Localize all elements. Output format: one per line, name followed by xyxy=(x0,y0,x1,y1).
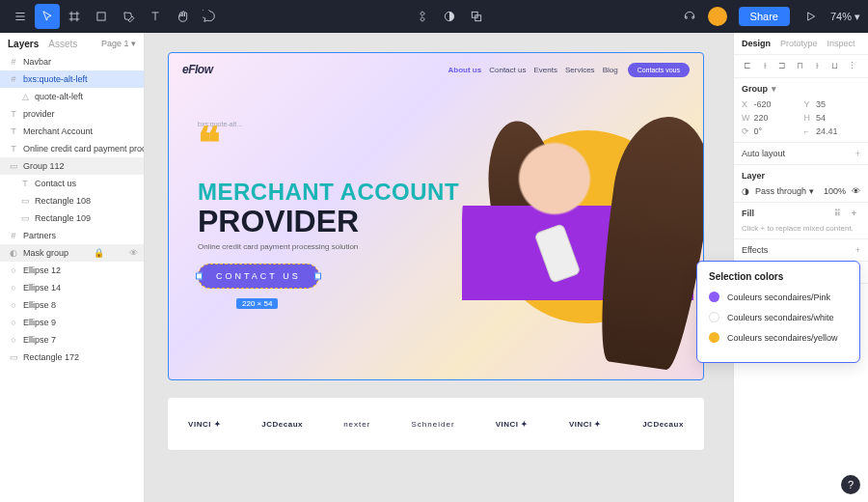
mask-icon: ◐ xyxy=(8,247,19,259)
blend-mode-icon[interactable]: ◑ xyxy=(742,186,749,196)
user-avatar[interactable] xyxy=(708,7,727,26)
align-controls[interactable]: ⊏ ⫲ ⊐ ⊓ ⫲ ⊔ ⋮ xyxy=(734,55,868,78)
share-button[interactable]: Share xyxy=(739,7,790,26)
layer-item[interactable]: ▭Rectangle 108 xyxy=(0,192,144,209)
visibility-icon[interactable]: 👁 xyxy=(852,186,860,196)
quote-icon: ❝ xyxy=(198,130,213,155)
nav-link[interactable]: Blog xyxy=(603,66,618,74)
text-tool[interactable] xyxy=(143,4,168,29)
hand-tool[interactable] xyxy=(170,4,195,29)
color-label: Couleurs secondaires/yellow xyxy=(727,333,838,343)
align-bottom-icon[interactable]: ⊔ xyxy=(828,61,840,71)
layer-item[interactable]: ○Ellipse 7 xyxy=(0,331,144,349)
layer-label: Ellipse 8 xyxy=(23,300,56,310)
nav-link[interactable]: Services xyxy=(565,66,595,74)
subheading: Online credit card payment processing so… xyxy=(198,242,358,251)
layer-label: Ellipse 9 xyxy=(23,318,56,327)
color-swatch xyxy=(709,292,719,302)
w-field[interactable]: W 220 xyxy=(742,113,799,123)
component-icon[interactable] xyxy=(410,4,435,29)
layer-item[interactable]: ○Ellipse 9 xyxy=(0,314,144,331)
nav-link[interactable]: Events xyxy=(533,66,556,74)
zoom-level[interactable]: 74% ▾ xyxy=(830,11,860,23)
align-left-icon[interactable]: ⊏ xyxy=(742,61,753,71)
layer-item[interactable]: ▭Rectangle 172 xyxy=(0,349,144,366)
help-button[interactable]: ? xyxy=(841,475,860,494)
layer-item[interactable]: ◐Mask group🔒👁 xyxy=(0,244,144,262)
shape-tool[interactable] xyxy=(89,4,114,29)
rotation-field[interactable]: ⟳ 0° xyxy=(742,126,799,136)
vector-icon: △ xyxy=(19,91,31,102)
present-icon[interactable] xyxy=(798,4,823,29)
layer-item[interactable]: #bxs:quote-alt-left xyxy=(0,70,144,88)
fill-section-title: Fill xyxy=(742,209,754,218)
tab-assets[interactable]: Assets xyxy=(48,39,77,49)
fill-hint: Click + to replace mixed content. xyxy=(742,224,860,233)
layer-item[interactable]: #Navbar xyxy=(0,53,144,70)
layer-item[interactable]: ○Ellipse 14 xyxy=(0,279,144,296)
nav-link[interactable]: Contact us xyxy=(489,66,526,74)
tab-prototype[interactable]: Prototype xyxy=(780,39,818,48)
pen-tool[interactable] xyxy=(116,4,141,29)
y-field[interactable]: Y 35 xyxy=(804,99,861,109)
artboard-frame[interactable]: eFlow About usContact usEventsServicesBl… xyxy=(168,52,704,380)
add-effect-icon[interactable]: + xyxy=(855,245,860,255)
ellipse-icon: ○ xyxy=(8,317,19,328)
contact-us-button[interactable]: CONTACT US xyxy=(198,264,319,289)
nav-cta-button[interactable]: Contacts vous xyxy=(628,63,690,77)
tab-inspect[interactable]: Inspect xyxy=(827,39,855,48)
rect-icon: ▭ xyxy=(8,351,19,363)
align-top-icon[interactable]: ⊓ xyxy=(794,61,805,71)
color-row[interactable]: Couleurs secondaires/white xyxy=(709,312,848,322)
canvas[interactable]: eFlow About usContact usEventsServicesBl… xyxy=(145,33,733,502)
page-selector[interactable]: Page 1 ▾ xyxy=(101,39,136,49)
mask-icon[interactable] xyxy=(437,4,462,29)
layer-label: Navbar xyxy=(23,57,51,67)
layer-item[interactable]: Tprovider xyxy=(0,105,144,123)
opacity-field[interactable]: 100% xyxy=(824,186,846,196)
layer-label: Ellipse 7 xyxy=(23,335,56,345)
color-row[interactable]: Couleurs secondaires/yellow xyxy=(709,332,848,343)
add-fill-icon[interactable]: + xyxy=(852,209,860,218)
rect-icon: ▭ xyxy=(19,212,31,224)
layer-item[interactable]: △quote-alt-left xyxy=(0,88,144,105)
distribute-icon[interactable]: ⋮ xyxy=(846,61,857,71)
tab-layers[interactable]: Layers xyxy=(8,39,39,49)
partner-logo: JCDecaux xyxy=(642,420,684,429)
style-icon[interactable]: ⠿ xyxy=(834,209,845,218)
corner-field[interactable]: ⌐ 24.41 xyxy=(804,126,861,136)
nav-link[interactable]: About us xyxy=(448,66,482,74)
boolean-icon[interactable] xyxy=(464,4,489,29)
layer-item[interactable]: TMerchant Account xyxy=(0,123,144,140)
align-vcenter-icon[interactable]: ⫲ xyxy=(811,61,823,71)
layer-item[interactable]: ▭Group 112 xyxy=(0,157,144,175)
layer-item[interactable]: ○Ellipse 8 xyxy=(0,296,144,314)
eye-icon[interactable]: 👁 xyxy=(129,248,138,258)
color-row[interactable]: Couleurs secondaires/Pink xyxy=(709,292,848,302)
move-tool[interactable] xyxy=(35,4,60,29)
layer-label: Group 112 xyxy=(23,161,65,171)
frame-tool[interactable] xyxy=(62,4,87,29)
layer-item[interactable]: #Partners xyxy=(0,227,144,244)
hero-image xyxy=(433,92,704,380)
partner-logo: JCDecaux xyxy=(261,420,303,429)
layer-item[interactable]: ○Ellipse 12 xyxy=(0,262,144,279)
align-hcenter-icon[interactable]: ⫲ xyxy=(759,61,771,71)
h-field[interactable]: H 54 xyxy=(804,113,861,123)
add-autolayout-icon[interactable]: + xyxy=(855,149,860,158)
x-field[interactable]: X -620 xyxy=(742,99,799,109)
lock-icon[interactable]: 🔒 xyxy=(94,248,104,258)
group-section-title[interactable]: Group▾ xyxy=(742,84,860,94)
headphones-icon[interactable] xyxy=(677,4,702,29)
menu-tool[interactable] xyxy=(8,4,33,29)
app-toolbar: Share 74% ▾ xyxy=(0,0,868,33)
rect-icon: ▭ xyxy=(19,195,31,207)
align-right-icon[interactable]: ⊐ xyxy=(776,61,788,71)
layer-item[interactable]: ▭Rectangle 109 xyxy=(0,209,144,227)
tab-design[interactable]: Design xyxy=(742,39,771,48)
frame-icon: # xyxy=(8,56,19,68)
layer-item[interactable]: TContact us xyxy=(0,175,144,192)
blend-mode-select[interactable]: Pass through ▾ xyxy=(755,186,818,196)
layer-item[interactable]: TOnline credit card payment proces… xyxy=(0,140,144,157)
comment-tool[interactable] xyxy=(197,4,222,29)
